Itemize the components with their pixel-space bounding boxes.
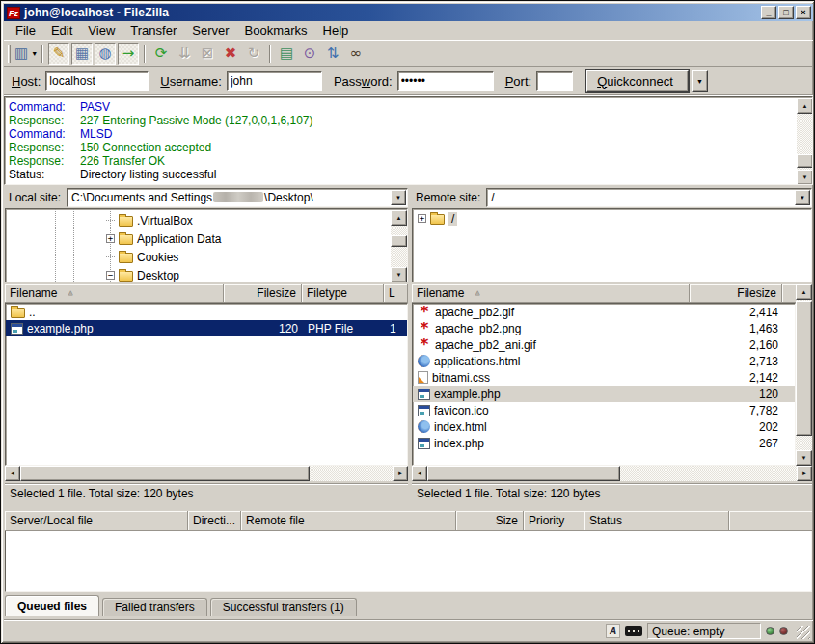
- tree-expand-icon[interactable]: +: [418, 214, 426, 223]
- directory-listing-filters-button[interactable]: ▤: [276, 43, 297, 65]
- site-manager-button[interactable]: ▥▼: [15, 43, 37, 65]
- filename-cell: index.html: [413, 420, 691, 434]
- find-files-icon: ∞: [350, 46, 363, 61]
- quickconnect-button[interactable]: Quickconnect: [586, 70, 689, 92]
- menu-item-transfer[interactable]: Transfer: [122, 21, 184, 40]
- html-file-icon: [418, 355, 430, 367]
- remote-list-scroll-down-icon[interactable]: ▼: [796, 450, 812, 466]
- column-header-filetype[interactable]: Filetype: [302, 284, 384, 303]
- toolbar-grip[interactable]: [8, 45, 11, 63]
- remote-list-hthumb[interactable]: [427, 466, 620, 481]
- close-button[interactable]: ×: [796, 6, 811, 19]
- remote-list-vthumb[interactable]: [796, 301, 812, 436]
- site-manager-dropdown-icon[interactable]: ▼: [31, 50, 38, 57]
- resize-grip[interactable]: [797, 626, 810, 639]
- synchronized-browsing-button[interactable]: ⇅: [322, 43, 343, 65]
- queue-column-directi-[interactable]: Directi...: [188, 511, 241, 531]
- column-header-filesize[interactable]: Filesize: [690, 284, 782, 303]
- remote-list-scroll-left-icon[interactable]: ◄: [412, 466, 427, 481]
- file-row-index-php[interactable]: index.php267: [413, 435, 795, 451]
- folder-icon: [119, 271, 133, 282]
- toolbar-separator: [269, 45, 271, 63]
- toggle-message-log-button[interactable]: ✎: [48, 43, 69, 65]
- queue-column-remote-file[interactable]: Remote file: [241, 511, 456, 531]
- remote-site-dropdown-icon[interactable]: ▼: [795, 190, 810, 205]
- html-file-icon: [418, 420, 430, 433]
- queue-column-priority[interactable]: Priority: [524, 511, 584, 531]
- column-header-filename[interactable]: Filename▲: [5, 284, 224, 303]
- local-list-scroll-right-icon[interactable]: ►: [393, 466, 408, 481]
- menu-item-view[interactable]: View: [80, 21, 122, 40]
- maximize-button[interactable]: □: [778, 6, 794, 19]
- directory-comparison-button[interactable]: ⊙: [299, 43, 320, 65]
- tab-successful-transfers-1-[interactable]: Successful transfers (1): [210, 598, 357, 616]
- local-tree-vthumb[interactable]: [391, 235, 407, 247]
- remote-list-scroll-right-icon[interactable]: ►: [797, 466, 812, 481]
- log-scroll-up-icon[interactable]: ▲: [797, 98, 813, 114]
- menu-item-edit[interactable]: Edit: [43, 21, 80, 40]
- queue-tabs: Queued filesFailed transfersSuccessful t…: [5, 594, 360, 616]
- local-list-scroll-left-icon[interactable]: ◄: [5, 466, 20, 481]
- file-row--[interactable]: ..: [6, 304, 407, 320]
- username-field[interactable]: [227, 71, 322, 91]
- file-row-index-html[interactable]: index.html202: [413, 418, 795, 435]
- local-tree-scroll-up-icon[interactable]: ▲: [391, 210, 407, 226]
- log-line-text: MLSD: [80, 127, 112, 141]
- tree-collapse-icon[interactable]: −: [106, 271, 115, 280]
- disconnect-button[interactable]: ✖: [220, 43, 241, 65]
- tree-item-root[interactable]: +/: [413, 209, 811, 228]
- file-row-favicon-ico[interactable]: favicon.ico7,782: [413, 402, 795, 418]
- refresh-button[interactable]: ⟳: [150, 43, 172, 65]
- filename-text: index.html: [434, 420, 487, 434]
- port-field[interactable]: [536, 71, 573, 91]
- filename-cell: applications.html: [413, 355, 691, 368]
- transfer-queue-body[interactable]: [5, 531, 812, 592]
- queue-column-status[interactable]: Status: [584, 511, 729, 531]
- tab-queued-files[interactable]: Queued files: [5, 595, 99, 616]
- file-row-example-php[interactable]: example.php120: [413, 386, 795, 402]
- remote-list-scroll-up-icon[interactable]: ▲: [796, 284, 812, 300]
- local-site-combo[interactable]: C:\Documents and Settings\Desktop\ ▼: [67, 188, 408, 207]
- tree-item-desktop[interactable]: −Desktop: [6, 266, 407, 282]
- file-row-apache_pb2-png[interactable]: *apache_pb2.png1,463: [413, 320, 795, 336]
- queue-column-server-local-file[interactable]: Server/Local file: [5, 511, 188, 531]
- tree-item--virtualbox[interactable]: .VirtualBox: [6, 211, 407, 229]
- find-files-button[interactable]: ∞: [345, 43, 367, 65]
- css-file-icon: [418, 371, 428, 384]
- local-list-hthumb[interactable]: [20, 466, 310, 481]
- column-header-filesize[interactable]: Filesize: [224, 284, 302, 303]
- tab-failed-transfers[interactable]: Failed transfers: [102, 598, 207, 616]
- log-line-text: 227 Entering Passive Mode (127,0,0,1,6,1…: [80, 114, 313, 127]
- menu-item-server[interactable]: Server: [184, 21, 236, 40]
- tree-item-cookies[interactable]: Cookies: [6, 248, 407, 266]
- toggle-queue-button[interactable]: →: [118, 43, 139, 65]
- local-site-dropdown-icon[interactable]: ▼: [391, 190, 406, 205]
- log-vthumb[interactable]: [797, 154, 813, 168]
- menu-item-file[interactable]: File: [8, 21, 43, 40]
- file-row-apache_pb2_ani-gif[interactable]: *apache_pb2_ani.gif2,160: [413, 336, 795, 353]
- speed-limit-icon[interactable]: [625, 626, 642, 636]
- quickconnect-dropdown-icon[interactable]: ▼: [692, 70, 708, 92]
- queue-column-size[interactable]: Size: [456, 511, 524, 531]
- log-scroll-down-icon[interactable]: ▼: [797, 170, 813, 185]
- menu-item-bookmarks[interactable]: Bookmarks: [237, 21, 315, 40]
- tree-expand-icon[interactable]: +: [106, 234, 115, 243]
- transfer-type-icon[interactable]: A: [606, 624, 620, 638]
- file-row-bitnami-css[interactable]: bitnami.css2,142: [413, 369, 795, 386]
- tree-item-application-data[interactable]: +Application Data: [6, 229, 407, 248]
- column-header-l[interactable]: L: [384, 284, 408, 303]
- toggle-local-tree-button[interactable]: ▦: [71, 43, 93, 65]
- local-tree-scroll-down-icon[interactable]: ▼: [391, 267, 407, 282]
- file-row-example-php[interactable]: example.php120PHP File1: [6, 320, 407, 336]
- titlebar[interactable]: Fz john@localhost - FileZilla _ □ ×: [4, 4, 813, 21]
- host-field[interactable]: [45, 71, 149, 91]
- password-field[interactable]: [397, 71, 494, 91]
- remote-site-combo[interactable]: / ▼: [486, 188, 812, 207]
- column-header-filename[interactable]: Filename▲: [412, 284, 690, 303]
- minimize-button[interactable]: _: [761, 6, 776, 19]
- menu-item-help[interactable]: Help: [315, 21, 357, 40]
- toggle-remote-tree-button[interactable]: ◍: [95, 43, 116, 65]
- file-row-applications-html[interactable]: applications.html2,713: [413, 353, 795, 369]
- file-row-apache_pb2-gif[interactable]: *apache_pb2.gif2,414: [413, 304, 795, 320]
- window-title: john@localhost - FileZilla: [24, 6, 169, 19]
